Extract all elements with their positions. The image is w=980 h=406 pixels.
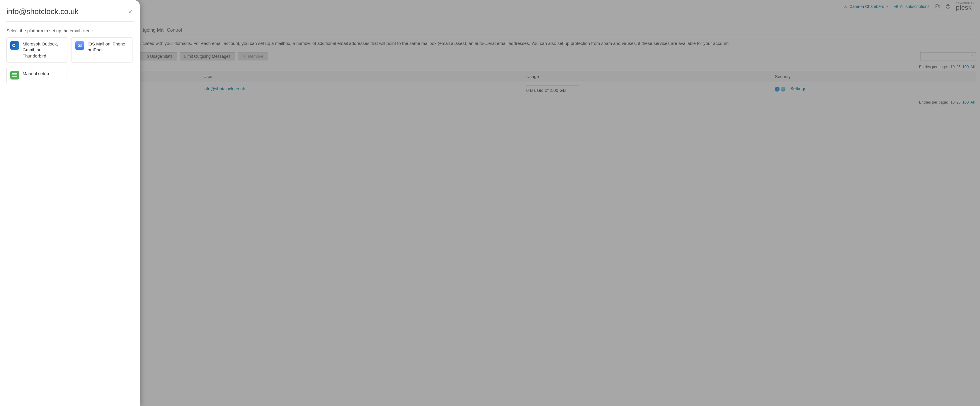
platform-label: iOS Mail on iPhone or iPad [88,41,129,59]
platform-card-outlook[interactable]: Microsoft Outlook, Gmail, or Thunderbird [6,37,67,63]
manual-setup-icon [10,71,19,80]
outlook-icon [10,41,19,50]
ios-mail-icon [75,41,84,50]
platform-label: Microsoft Outlook, Gmail, or Thunderbird [22,41,64,59]
platform-label: Manual setup [22,71,49,80]
close-icon [128,10,132,14]
modal-scrim[interactable] [0,0,980,406]
drawer-title: info@shotclock.co.uk [6,7,78,16]
platform-card-manual[interactable]: Manual setup [6,67,67,83]
email-setup-drawer: info@shotclock.co.uk Select the platform… [0,0,140,406]
close-button[interactable] [127,8,134,15]
platform-card-ios[interactable]: iOS Mail on iPhone or iPad [72,37,132,63]
drawer-subtitle: Select the platform to set up the email … [6,22,134,37]
